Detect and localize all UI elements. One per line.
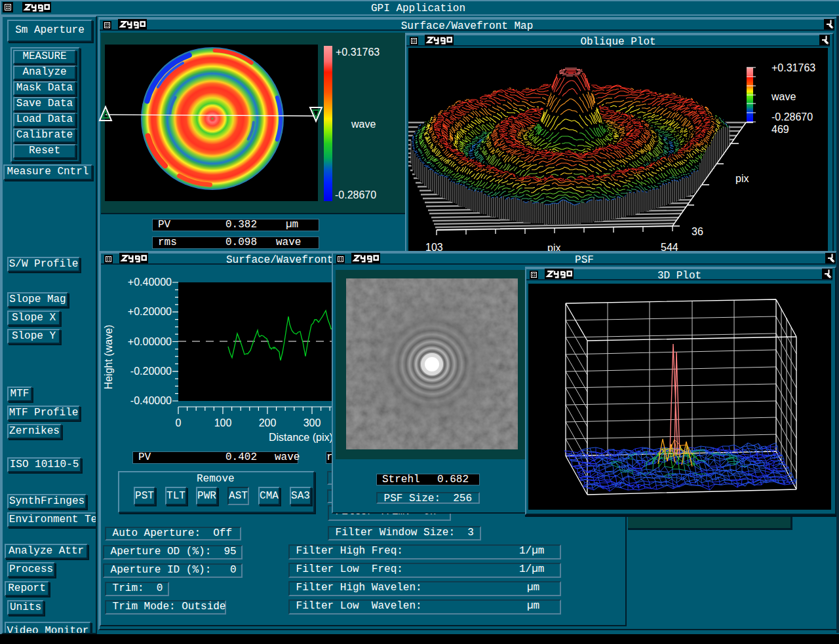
svg-text:+0.31763: +0.31763 [336, 47, 380, 58]
svg-text:300: 300 [303, 417, 321, 428]
svg-text:+0.40000: +0.40000 [128, 276, 172, 288]
svg-text:Distance (pix): Distance (pix) [269, 432, 333, 443]
svg-text:469: 469 [771, 124, 789, 135]
svg-text:0: 0 [176, 417, 182, 428]
svg-text:+0.31763: +0.31763 [771, 62, 815, 73]
svg-text:100: 100 [214, 417, 232, 428]
svg-text:-0.28670: -0.28670 [771, 111, 813, 123]
svg-text:pix: pix [735, 173, 749, 184]
svg-text:Height (wave): Height (wave) [103, 325, 114, 390]
svg-text:wave: wave [771, 91, 796, 102]
svg-text:wave: wave [351, 119, 376, 130]
svg-text:36: 36 [692, 226, 703, 237]
svg-text:+0.20000: +0.20000 [128, 306, 172, 317]
svg-text:-0.28670: -0.28670 [335, 189, 376, 200]
svg-text:-0.40000: -0.40000 [130, 395, 172, 406]
svg-text:+0.00000: +0.00000 [128, 336, 172, 347]
svg-text:200: 200 [259, 417, 277, 428]
svg-text:-0.20000: -0.20000 [130, 366, 172, 377]
